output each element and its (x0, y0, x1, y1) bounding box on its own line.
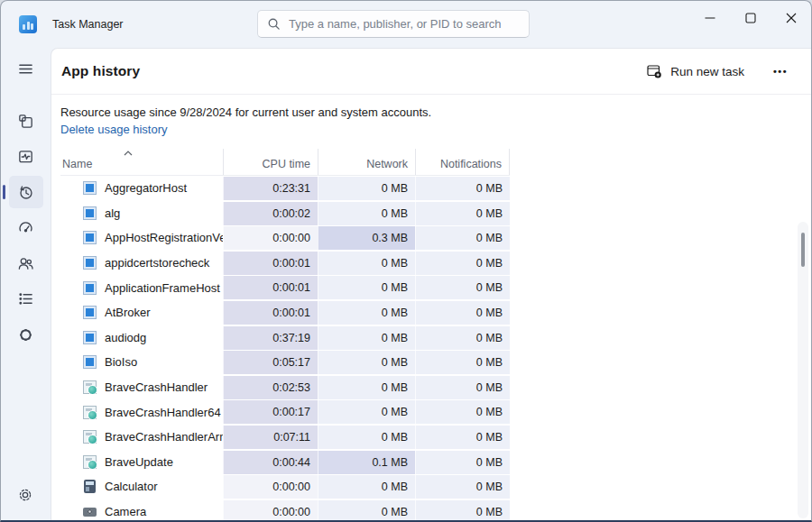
run-new-task-button[interactable]: Run new task (637, 57, 753, 86)
network-cell: 0 MB (318, 326, 415, 350)
table-row[interactable]: AggregatorHost0:23:310 MB0 MB (60, 176, 510, 201)
app-name: AggregatorHost (105, 181, 187, 195)
default-app-icon (83, 331, 97, 344)
task-manager-window: Task Manager (0, 0, 812, 522)
cpu-time-cell: 0:37:19 (223, 326, 318, 350)
scrollbar-thumb[interactable] (801, 233, 805, 267)
camera-icon (83, 505, 97, 518)
processes-icon (17, 113, 34, 130)
app-name: alg (105, 206, 120, 220)
cpu-time-cell: 0:00:17 (223, 400, 318, 424)
column-header-name[interactable]: Name (60, 149, 223, 175)
table-row[interactable]: BioIso0:05:170 MB0 MB (60, 350, 510, 375)
default-app-icon (83, 256, 97, 270)
minimize-icon (705, 13, 715, 23)
cpu-time-cell: 0:00:01 (223, 252, 318, 275)
app-history-icon (17, 184, 34, 201)
cpu-time-cell: 0:05:17 (223, 351, 318, 374)
table-row[interactable]: AtBroker0:00:010 MB0 MB (60, 300, 510, 325)
sidebar-item-app-history[interactable] (9, 176, 43, 208)
minimize-button[interactable] (689, 1, 730, 35)
cpu-time-cell: 0:00:01 (223, 301, 318, 325)
ellipsis-icon: ••• (773, 66, 788, 77)
app-history-content: Resource usage since 9/28/2024 for curre… (51, 95, 811, 520)
table-row[interactable]: BraveUpdate0:00:440.1 MB0 MB (60, 450, 510, 475)
details-icon (17, 290, 34, 307)
cpu-time-cell: 0:00:44 (223, 451, 318, 474)
startup-apps-icon (17, 219, 34, 236)
table-body: AggregatorHost0:23:310 MB0 MBalg0:00:020… (60, 176, 510, 520)
close-button[interactable] (770, 1, 811, 35)
table-row[interactable]: appidcertstorecheck0:00:010 MB0 MB (60, 251, 510, 276)
delete-usage-history-link[interactable]: Delete usage history (60, 123, 168, 136)
performance-icon (17, 148, 34, 165)
network-cell: 0 MB (318, 400, 415, 424)
app-name: appidcertstorecheck (105, 256, 209, 270)
app-name: audiodg (105, 331, 146, 344)
table-row[interactable]: alg0:00:020 MB0 MB (60, 201, 510, 226)
window-title: Task Manager (52, 18, 124, 31)
resource-usage-info: Resource usage since 9/28/2024 for curre… (60, 104, 811, 121)
maximize-button[interactable] (730, 1, 770, 35)
default-app-icon (83, 306, 97, 319)
search-input[interactable] (289, 17, 520, 31)
app-name: ApplicationFrameHost (105, 281, 220, 295)
window-controls (689, 1, 811, 35)
page-header: App history Run new task ••• (51, 49, 811, 95)
brave-icon (83, 406, 97, 419)
more-options-button[interactable]: ••• (762, 60, 798, 82)
brave-icon (83, 455, 97, 469)
brave-icon (83, 380, 97, 394)
cpu-time-cell: 0:02:53 (223, 376, 318, 399)
notifications-cell: 0 MB (415, 301, 510, 325)
cpu-time-cell: 0:00:00 (223, 500, 318, 520)
close-icon (786, 13, 797, 23)
table-header: Name CPU time Network Notifications (60, 149, 510, 176)
network-cell: 0 MB (318, 426, 415, 449)
cpu-time-cell: 0:00:00 (223, 475, 318, 499)
column-header-network[interactable]: Network (318, 149, 415, 175)
table-row[interactable]: Camera0:00:000 MB0 MB (60, 499, 510, 520)
table-row[interactable]: BraveCrashHandler640:00:170 MB0 MB (60, 399, 510, 425)
table-row[interactable]: AppHostRegistrationVe...0:00:000.3 MB0 M… (60, 225, 510, 251)
table-row[interactable]: BraveCrashHandlerArm...0:07:110 MB0 MB (60, 425, 510, 450)
table-row[interactable]: audiodg0:37:190 MB0 MB (60, 325, 510, 351)
brave-icon (83, 430, 97, 444)
sidebar-item-performance[interactable] (9, 141, 43, 173)
app-name: BioIso (105, 355, 137, 369)
search-box[interactable] (257, 10, 530, 38)
network-cell: 0 MB (318, 351, 415, 374)
vertical-scrollbar[interactable] (798, 222, 808, 518)
default-app-icon (83, 355, 97, 369)
app-name: Calculator (105, 480, 158, 493)
sidebar-item-services[interactable] (9, 318, 43, 351)
column-header-notifications[interactable]: Notifications (415, 149, 510, 175)
table-row[interactable]: Calculator0:00:000 MB0 MB (60, 474, 510, 499)
app-name: BraveCrashHandler (105, 380, 208, 394)
network-cell: 0.3 MB (318, 226, 415, 250)
table-row[interactable]: BraveCrashHandler0:02:530 MB0 MB (60, 375, 510, 400)
app-name: AtBroker (105, 306, 151, 319)
notifications-cell: 0 MB (415, 500, 510, 520)
calculator-icon (84, 480, 96, 493)
app-name: AppHostRegistrationVe... (105, 231, 223, 244)
network-cell: 0 MB (318, 376, 415, 399)
cpu-time-cell: 0:00:01 (223, 276, 318, 299)
notifications-cell: 0 MB (415, 202, 510, 225)
sidebar-item-settings[interactable] (8, 479, 42, 511)
sidebar-item-processes[interactable] (9, 105, 43, 137)
app-name: Camera (105, 505, 146, 518)
notifications-cell: 0 MB (415, 351, 510, 374)
sidebar-menu-button[interactable] (9, 52, 43, 85)
sidebar-item-users[interactable] (9, 247, 43, 279)
network-cell: 0.1 MB (318, 451, 415, 474)
network-cell: 0 MB (318, 202, 415, 225)
sidebar-item-details[interactable] (9, 283, 43, 316)
column-header-cpu-time[interactable]: CPU time (223, 149, 318, 175)
sidebar-item-startup-apps[interactable] (9, 212, 43, 244)
table-row[interactable]: ApplicationFrameHost0:00:010 MB0 MB (60, 275, 510, 300)
sort-ascending-caret-icon (124, 151, 133, 156)
network-cell: 0 MB (318, 252, 415, 275)
header-actions: Run new task ••• (637, 57, 798, 86)
cpu-time-cell: 0:00:00 (223, 226, 318, 250)
